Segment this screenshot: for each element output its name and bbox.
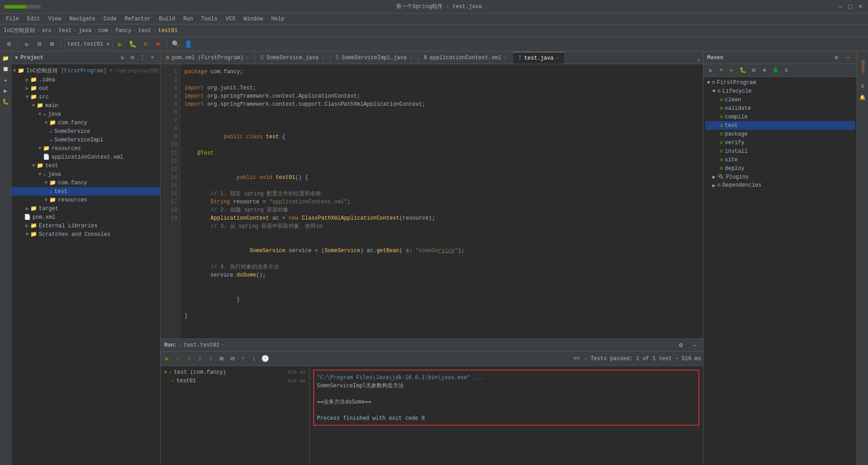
rerun-btn[interactable]: ▶ [162,354,172,364]
run-more-btn[interactable]: >> [574,356,580,362]
maven-verify[interactable]: ⚙ verify [705,138,855,147]
breadcrumb-com[interactable]: com [99,28,108,34]
menu-window[interactable]: Window [240,15,267,23]
menu-edit[interactable]: Edit [24,15,44,23]
tree-test-file[interactable]: ☕ test [11,187,160,196]
tab-someserviceimpl-close[interactable]: × [410,55,413,61]
tree-someserviceimpl[interactable]: ☕ SomeServiceImpl [11,136,160,144]
run-tab[interactable]: Run: ✓ test.test01 × [164,342,224,348]
maven-reload-btn[interactable]: ↻ [705,66,715,75]
menu-run[interactable]: Run [179,15,197,23]
tree-ext-libs[interactable]: ▶ 📁 External Libraries [11,221,160,230]
maven-firstprogram[interactable]: ▼ m FirstProgram [705,79,855,87]
tab-appcontext-close[interactable]: × [504,55,507,61]
maven-run-btn[interactable]: ▶ [727,66,737,75]
maven-test[interactable]: ⚙ test [705,121,855,130]
tree-scratches[interactable]: ▼ 📁 Scratches and Consoles [11,230,160,239]
maven-install[interactable]: ⚙ install [705,147,855,155]
run-config-selector[interactable]: test.test01 ▾ [64,39,113,50]
tree-test-java[interactable]: ▼ ☕ java [11,170,160,178]
run-sort-asc[interactable]: ↕ [195,354,205,364]
tab-test-close[interactable]: × [556,56,559,61]
maven-tree-btn[interactable]: 🌲 [770,66,780,75]
run-tree-root[interactable]: ▼ ✓ test (com.fancy) 516 ms [162,368,307,376]
menu-code[interactable]: Code [100,15,120,23]
tree-pom[interactable]: 📄 pom.xml [11,213,160,221]
tree-comfancy[interactable]: ▼ 📁 com.fancy [11,118,160,127]
tab-pom[interactable]: m pom.xml (FirstProgram) × [160,52,255,64]
proj-sync-btn[interactable]: ↻ [118,54,127,62]
menu-vcs[interactable]: VCS [222,15,239,23]
run-down-btn[interactable]: ↓ [249,354,259,364]
tree-src[interactable]: ▼ 📁 src [11,93,160,101]
maven-debug-btn[interactable]: 🐛 [738,66,748,75]
tree-test-dir[interactable]: ▼ 📁 test [11,161,160,170]
run-collapse-all[interactable]: ⊟ [227,354,237,364]
tree-idea[interactable]: ▶ 📁 .idea [11,75,160,84]
menu-file[interactable]: File [2,15,23,23]
tree-test-resources[interactable]: ▼ 📁 resources [11,196,160,204]
maven-add-btn[interactable]: + [716,66,726,75]
tree-root[interactable]: ▼ 📁 IoC控制反转 [FirstProgram] F:\Spring\IoC… [11,66,160,75]
sidebar-bookmark-icon[interactable]: ★ [0,75,10,85]
tree-test-comfancy[interactable]: ▼ 📁 com.fancy [11,178,160,187]
run-expand-all[interactable]: ⊞ [217,354,226,364]
proj-close-btn[interactable]: × [148,54,156,62]
maven-dependencies[interactable]: ▶ m Dependencies [705,181,855,189]
menu-help[interactable]: Help [268,15,288,23]
toolbar-collapse[interactable]: ⊟ [34,39,45,50]
run-sort-alpha[interactable]: ↕ [206,354,216,364]
tree-appcontext[interactable]: 📄 applicationContext.xml [11,153,160,161]
run-up-btn[interactable]: ↑ [238,354,248,364]
breadcrumb-method[interactable]: test01 [158,28,178,34]
maven-more-btn[interactable]: ≡ [781,66,791,75]
maximize-button[interactable]: □ [847,4,854,10]
run-minimize-btn[interactable]: – [689,340,699,350]
coverage-button[interactable]: ⊙ [140,39,151,50]
maven-deploy[interactable]: ⚙ deploy [705,164,855,173]
minimize-button[interactable]: – [837,4,844,10]
tree-main-java[interactable]: ▼ ☕ java [11,110,160,118]
toolbar-settings[interactable]: ⚙ [4,39,14,50]
tree-target[interactable]: ▶ 📁 target [11,204,160,213]
code-content[interactable]: package com.fancy; import org.junit.Test… [181,64,703,338]
maven-minimize-btn[interactable]: – [843,53,853,63]
breadcrumb-root[interactable]: IoC控制反转 [4,27,35,34]
tree-someservice[interactable]: ☕ SomeService [11,127,160,136]
menu-tools[interactable]: Tools [198,15,221,23]
breadcrumb-testclass[interactable]: test [138,28,151,34]
notifications-icon[interactable]: 🔔 [858,92,868,102]
debug-button[interactable]: 🐛 [127,39,138,50]
run-stop-btn[interactable]: ⊘ [184,354,194,364]
sidebar-run-icon[interactable]: ▶ [0,86,10,96]
breadcrumb-fancy[interactable]: fancy [115,28,131,34]
sidebar-debug-icon[interactable]: 🐛 [0,97,10,107]
tab-appcontext[interactable]: X applicationContext.xml × [418,52,513,64]
tree-resources[interactable]: ▼ 📁 resources [11,144,160,153]
breadcrumb-java[interactable]: java [79,28,92,34]
breadcrumb-test[interactable]: test [59,28,72,34]
tab-test[interactable]: T test.java × [513,52,565,64]
stop-button[interactable]: ■ [153,39,164,50]
sidebar-project-icon[interactable]: 📁 [0,53,10,63]
menu-navigate[interactable]: Navigate [66,15,99,23]
run-button[interactable]: ▶ [115,39,126,50]
maven-plugins[interactable]: ▶ 🔌 Plugins [705,173,855,181]
gradle-sidebar-icon[interactable]: G [858,81,868,91]
maven-settings-btn[interactable]: ⚙ [831,53,841,63]
toolbar-sync[interactable]: ↻ [21,39,32,50]
maven-validate[interactable]: ⚙ validate [705,104,855,113]
maven-site[interactable]: ⚙ site [705,155,855,164]
maven-gen-btn[interactable]: ⊕ [760,66,769,75]
run-tree-sub[interactable]: ✓ test01 516 ms [162,376,307,385]
tree-main[interactable]: ▼ 📁 main [11,101,160,110]
toolbar-expand[interactable]: ⊞ [47,39,57,50]
tab-pom-close[interactable]: × [246,55,250,61]
breadcrumb-src[interactable]: src [42,28,52,34]
user-icon[interactable]: 👤 [183,39,194,50]
menu-build[interactable]: Build [155,15,179,23]
proj-collapse-btn[interactable]: ⊟ [128,54,137,62]
maven-package[interactable]: ⚙ package [705,130,855,138]
menu-view[interactable]: View [45,15,65,23]
tab-someservice[interactable]: S SomeService.java × [255,52,330,64]
